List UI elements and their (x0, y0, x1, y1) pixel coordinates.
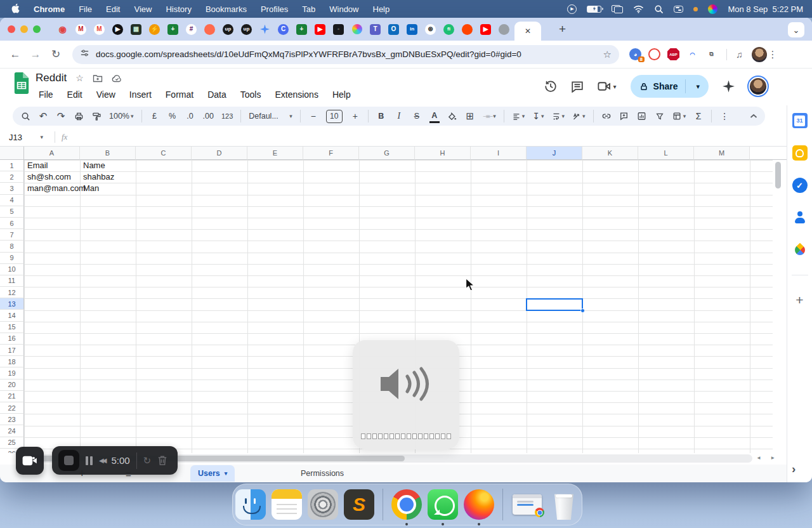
name-box[interactable]: J13 ▾ (0, 133, 48, 142)
row-header-4[interactable]: 4 (0, 195, 24, 206)
dock-notes-icon[interactable] (272, 489, 302, 520)
cell-A1[interactable]: Email (27, 160, 48, 171)
row-header-8[interactable]: 8 (0, 241, 24, 252)
dock-finder-icon[interactable] (235, 489, 266, 520)
fill-color-icon[interactable] (447, 109, 457, 123)
horizontal-align-button[interactable]: ▾ (512, 109, 525, 123)
zoom-select[interactable]: 100%▾ (109, 109, 134, 123)
column-header-H[interactable]: H (415, 147, 471, 160)
bold-button[interactable]: B (376, 109, 386, 123)
column-header-L[interactable]: L (638, 147, 694, 160)
text-wrap-button[interactable]: ▾ (552, 109, 565, 123)
pinned-tab-reddit[interactable] (462, 24, 473, 35)
pinned-tab-sheets-green[interactable]: + (167, 24, 178, 35)
minimize-window-button[interactable] (20, 25, 28, 33)
increase-font-button[interactable]: + (350, 109, 360, 123)
format-percent-button[interactable]: % (167, 109, 178, 123)
sheets-menu-tools[interactable]: Tools (236, 88, 266, 101)
zoom-window-button[interactable] (33, 25, 41, 33)
menubar-item-chrome[interactable]: Chrome (34, 4, 65, 14)
ext-ring-red-icon[interactable] (648, 48, 660, 60)
share-button[interactable]: Share ▾ (631, 75, 709, 98)
control-center-icon[interactable] (674, 3, 683, 15)
cell-B1[interactable]: Name (83, 160, 105, 171)
sheets-logo-icon[interactable] (13, 72, 30, 94)
cloud-saved-icon[interactable] (112, 74, 122, 82)
pinned-tab-upwork-2[interactable]: up (241, 24, 252, 35)
cell-B2[interactable]: shahbaz (83, 171, 114, 183)
row-header-13[interactable]: 13 (0, 298, 24, 310)
collapse-toolbar-icon[interactable] (750, 112, 757, 121)
column-header-C[interactable]: C (136, 147, 192, 160)
row-header-21[interactable]: 21 (0, 391, 24, 402)
column-header-B[interactable]: B (80, 147, 136, 160)
dock-whatsapp-icon[interactable] (428, 489, 458, 520)
sheets-menu-format[interactable]: Format (161, 88, 198, 101)
reload-button[interactable]: ↻ (47, 48, 65, 61)
pinned-tab-outlook[interactable]: O (388, 24, 399, 35)
pinned-tab-slack[interactable]: # (186, 24, 197, 35)
screen-mirroring-icon[interactable] (612, 3, 623, 15)
scrollbar-arrows[interactable]: ◄ ► (756, 455, 779, 461)
text-color-button[interactable]: A (429, 109, 440, 123)
stop-recording-button[interactable] (58, 450, 79, 471)
vertical-align-button[interactable]: ↧▾ (532, 109, 544, 123)
chrome-menu-icon[interactable]: ⋮ (767, 49, 787, 60)
media-controls-icon[interactable]: ♫ (736, 50, 743, 60)
cell-B3[interactable]: Man (83, 183, 99, 194)
cell-A3[interactable]: man@man.com (27, 183, 86, 194)
number-format-button[interactable]: 123 (221, 109, 233, 123)
omnibox[interactable]: docs.google.com/spreadsheets/d/10eUdFmQx… (72, 45, 619, 64)
decrease-decimal-button[interactable]: .0 (185, 109, 195, 123)
sheet-tab-users[interactable]: Users▾ (190, 465, 235, 482)
forward-button[interactable]: → (27, 48, 44, 61)
pinned-tab-sheets-green-2[interactable]: + (296, 24, 307, 35)
pinned-tab-copilot[interactable] (351, 24, 362, 35)
column-header-E[interactable]: E (247, 147, 303, 160)
dock-chrome-icon[interactable] (391, 489, 422, 520)
sheets-menu-extensions[interactable]: Extensions (270, 88, 322, 101)
pause-recording-button[interactable] (86, 456, 93, 465)
discard-recording-button[interactable] (157, 455, 167, 466)
pinned-tab-gear-web[interactable]: ⊛ (425, 24, 436, 35)
insert-chart-icon[interactable] (637, 109, 647, 123)
pinned-tab-screen-recorder[interactable]: ◉ (57, 24, 68, 35)
sheets-menu-view[interactable]: View (92, 88, 120, 101)
dock-trash-icon[interactable] (549, 489, 579, 520)
pinned-tab-bolt-orange[interactable]: ⚡ (149, 24, 160, 35)
rewind-button[interactable]: ◀◀ (99, 457, 105, 464)
back-button[interactable]: ← (6, 48, 24, 61)
row-header-12[interactable]: 12 (0, 287, 24, 298)
row-header-19[interactable]: 19 (0, 367, 24, 379)
dock-settings-icon[interactable] (308, 489, 338, 520)
site-settings-icon[interactable] (80, 48, 89, 60)
new-tab-button[interactable]: + (559, 22, 566, 36)
expand-panel-chevron[interactable]: › (792, 462, 796, 476)
paint-format-icon[interactable] (91, 109, 102, 123)
close-window-button[interactable] (8, 25, 15, 33)
menubar-item-tab[interactable]: Tab (302, 4, 315, 14)
row-header-6[interactable]: 6 (0, 218, 24, 229)
pinned-tab-fiverr[interactable]: fi (443, 24, 454, 35)
row-header-18[interactable]: 18 (0, 356, 24, 367)
close-tab-icon[interactable]: ✕ (525, 27, 531, 36)
sheets-menu-edit[interactable]: Edit (63, 88, 87, 101)
menubar-item-help[interactable]: Help (373, 4, 390, 14)
dock-sublime-icon[interactable]: S (344, 489, 374, 520)
doc-title[interactable]: Reddit (36, 72, 67, 84)
pinned-tab-linkedin[interactable]: in (407, 24, 417, 35)
ext-blue-8-icon[interactable]: ◕8 (629, 48, 641, 60)
dock-minimized-window-icon[interactable] (511, 489, 543, 520)
borders-button[interactable]: ⊞ (465, 109, 475, 123)
calendar-icon[interactable]: 31 (792, 113, 808, 128)
sheets-menu-file[interactable]: File (34, 88, 58, 101)
pinned-tab-teams[interactable]: T (370, 24, 381, 35)
merge-cells-button[interactable]: ⇥⇤▾ (483, 109, 496, 123)
row-header-24[interactable]: 24 (0, 425, 24, 437)
selected-cell-J13[interactable] (526, 298, 583, 311)
menubar-item-window[interactable]: Window (329, 4, 358, 14)
tasks-icon[interactable]: ✓ (792, 178, 808, 193)
menubar-clock[interactable]: Mon 8 Sep 5:22 PM (728, 4, 803, 14)
toolbar-search-icon[interactable] (20, 109, 30, 123)
menubar-item-history[interactable]: History (166, 4, 191, 14)
